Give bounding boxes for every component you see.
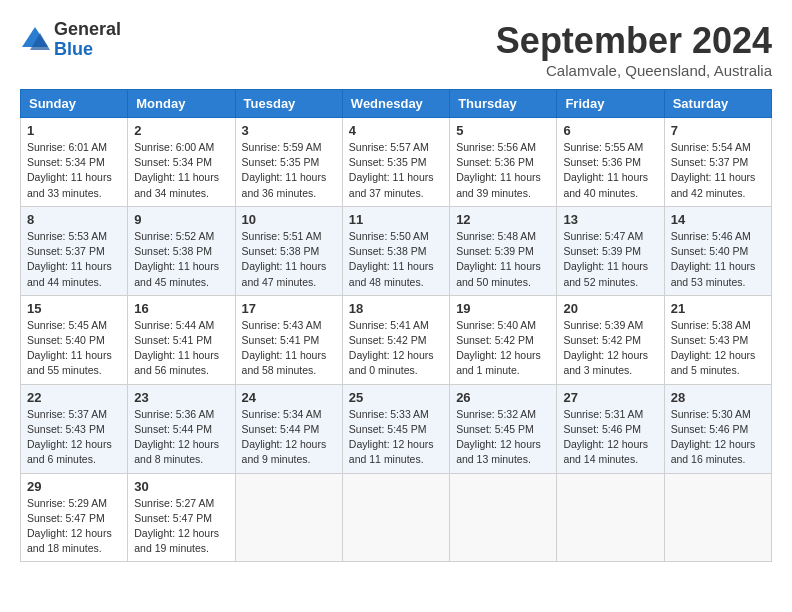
- calendar-cell: 24 Sunrise: 5:34 AM Sunset: 5:44 PM Dayl…: [235, 384, 342, 473]
- sunrise-label: Sunrise: 5:36 AM: [134, 408, 214, 420]
- daylight-label: Daylight: 11 hours and 58 minutes.: [242, 349, 327, 376]
- sunset-label: Sunset: 5:42 PM: [563, 334, 641, 346]
- sunset-label: Sunset: 5:35 PM: [242, 156, 320, 168]
- logo-blue-text: Blue: [54, 39, 93, 59]
- sunset-label: Sunset: 5:38 PM: [242, 245, 320, 257]
- calendar-cell: [450, 473, 557, 562]
- sunset-label: Sunset: 5:43 PM: [27, 423, 105, 435]
- daylight-label: Daylight: 11 hours and 52 minutes.: [563, 260, 648, 287]
- weekday-header-saturday: Saturday: [664, 90, 771, 118]
- calendar-cell: 22 Sunrise: 5:37 AM Sunset: 5:43 PM Dayl…: [21, 384, 128, 473]
- sunset-label: Sunset: 5:44 PM: [134, 423, 212, 435]
- daylight-label: Daylight: 12 hours and 0 minutes.: [349, 349, 434, 376]
- day-number: 10: [242, 212, 336, 227]
- sunset-label: Sunset: 5:34 PM: [134, 156, 212, 168]
- calendar-cell: 5 Sunrise: 5:56 AM Sunset: 5:36 PM Dayli…: [450, 118, 557, 207]
- sunset-label: Sunset: 5:37 PM: [27, 245, 105, 257]
- sunrise-label: Sunrise: 5:57 AM: [349, 141, 429, 153]
- sunset-label: Sunset: 5:39 PM: [456, 245, 534, 257]
- sunrise-label: Sunrise: 5:54 AM: [671, 141, 751, 153]
- day-number: 5: [456, 123, 550, 138]
- sunset-label: Sunset: 5:46 PM: [563, 423, 641, 435]
- sunrise-label: Sunrise: 5:27 AM: [134, 497, 214, 509]
- day-number: 20: [563, 301, 657, 316]
- daylight-label: Daylight: 12 hours and 5 minutes.: [671, 349, 756, 376]
- day-number: 18: [349, 301, 443, 316]
- day-number: 6: [563, 123, 657, 138]
- daylight-label: Daylight: 11 hours and 50 minutes.: [456, 260, 541, 287]
- sunset-label: Sunset: 5:45 PM: [349, 423, 427, 435]
- sunset-label: Sunset: 5:34 PM: [27, 156, 105, 168]
- sunset-label: Sunset: 5:45 PM: [456, 423, 534, 435]
- day-number: 29: [27, 479, 121, 494]
- daylight-label: Daylight: 12 hours and 18 minutes.: [27, 527, 112, 554]
- daylight-label: Daylight: 12 hours and 14 minutes.: [563, 438, 648, 465]
- sunrise-label: Sunrise: 5:31 AM: [563, 408, 643, 420]
- day-number: 16: [134, 301, 228, 316]
- calendar-cell: 25 Sunrise: 5:33 AM Sunset: 5:45 PM Dayl…: [342, 384, 449, 473]
- calendar-cell: 7 Sunrise: 5:54 AM Sunset: 5:37 PM Dayli…: [664, 118, 771, 207]
- logo-icon: [20, 25, 50, 55]
- day-number: 23: [134, 390, 228, 405]
- day-number: 24: [242, 390, 336, 405]
- calendar-cell: [342, 473, 449, 562]
- sunset-label: Sunset: 5:39 PM: [563, 245, 641, 257]
- sunset-label: Sunset: 5:43 PM: [671, 334, 749, 346]
- sunset-label: Sunset: 5:41 PM: [134, 334, 212, 346]
- calendar-cell: 20 Sunrise: 5:39 AM Sunset: 5:42 PM Dayl…: [557, 295, 664, 384]
- sunrise-label: Sunrise: 5:50 AM: [349, 230, 429, 242]
- day-number: 7: [671, 123, 765, 138]
- sunrise-label: Sunrise: 5:46 AM: [671, 230, 751, 242]
- calendar-table: SundayMondayTuesdayWednesdayThursdayFrid…: [20, 89, 772, 562]
- daylight-label: Daylight: 11 hours and 37 minutes.: [349, 171, 434, 198]
- weekday-header-tuesday: Tuesday: [235, 90, 342, 118]
- calendar-cell: 8 Sunrise: 5:53 AM Sunset: 5:37 PM Dayli…: [21, 206, 128, 295]
- logo-general-text: General: [54, 19, 121, 39]
- day-number: 11: [349, 212, 443, 227]
- calendar-cell: 6 Sunrise: 5:55 AM Sunset: 5:36 PM Dayli…: [557, 118, 664, 207]
- day-number: 12: [456, 212, 550, 227]
- day-number: 13: [563, 212, 657, 227]
- calendar-cell: 4 Sunrise: 5:57 AM Sunset: 5:35 PM Dayli…: [342, 118, 449, 207]
- weekday-header-sunday: Sunday: [21, 90, 128, 118]
- daylight-label: Daylight: 11 hours and 36 minutes.: [242, 171, 327, 198]
- day-number: 2: [134, 123, 228, 138]
- page-header: General Blue September 2024 Calamvale, Q…: [20, 20, 772, 79]
- daylight-label: Daylight: 12 hours and 1 minute.: [456, 349, 541, 376]
- day-number: 19: [456, 301, 550, 316]
- day-number: 25: [349, 390, 443, 405]
- calendar-cell: 27 Sunrise: 5:31 AM Sunset: 5:46 PM Dayl…: [557, 384, 664, 473]
- daylight-label: Daylight: 11 hours and 33 minutes.: [27, 171, 112, 198]
- day-number: 9: [134, 212, 228, 227]
- sunrise-label: Sunrise: 5:38 AM: [671, 319, 751, 331]
- sunrise-label: Sunrise: 5:55 AM: [563, 141, 643, 153]
- day-number: 21: [671, 301, 765, 316]
- day-number: 30: [134, 479, 228, 494]
- calendar-week-2: 8 Sunrise: 5:53 AM Sunset: 5:37 PM Dayli…: [21, 206, 772, 295]
- daylight-label: Daylight: 11 hours and 42 minutes.: [671, 171, 756, 198]
- calendar-cell: 26 Sunrise: 5:32 AM Sunset: 5:45 PM Dayl…: [450, 384, 557, 473]
- sunrise-label: Sunrise: 5:29 AM: [27, 497, 107, 509]
- daylight-label: Daylight: 11 hours and 44 minutes.: [27, 260, 112, 287]
- day-number: 8: [27, 212, 121, 227]
- calendar-cell: 19 Sunrise: 5:40 AM Sunset: 5:42 PM Dayl…: [450, 295, 557, 384]
- logo: General Blue: [20, 20, 121, 60]
- weekday-header-wednesday: Wednesday: [342, 90, 449, 118]
- daylight-label: Daylight: 11 hours and 56 minutes.: [134, 349, 219, 376]
- daylight-label: Daylight: 12 hours and 8 minutes.: [134, 438, 219, 465]
- sunrise-label: Sunrise: 5:34 AM: [242, 408, 322, 420]
- sunrise-label: Sunrise: 5:43 AM: [242, 319, 322, 331]
- calendar-cell: 13 Sunrise: 5:47 AM Sunset: 5:39 PM Dayl…: [557, 206, 664, 295]
- daylight-label: Daylight: 11 hours and 48 minutes.: [349, 260, 434, 287]
- calendar-cell: 10 Sunrise: 5:51 AM Sunset: 5:38 PM Dayl…: [235, 206, 342, 295]
- calendar-cell: [664, 473, 771, 562]
- calendar-cell: 2 Sunrise: 6:00 AM Sunset: 5:34 PM Dayli…: [128, 118, 235, 207]
- daylight-label: Daylight: 12 hours and 3 minutes.: [563, 349, 648, 376]
- sunrise-label: Sunrise: 5:56 AM: [456, 141, 536, 153]
- sunrise-label: Sunrise: 5:47 AM: [563, 230, 643, 242]
- day-number: 14: [671, 212, 765, 227]
- sunrise-label: Sunrise: 5:53 AM: [27, 230, 107, 242]
- daylight-label: Daylight: 11 hours and 45 minutes.: [134, 260, 219, 287]
- day-number: 1: [27, 123, 121, 138]
- sunrise-label: Sunrise: 5:41 AM: [349, 319, 429, 331]
